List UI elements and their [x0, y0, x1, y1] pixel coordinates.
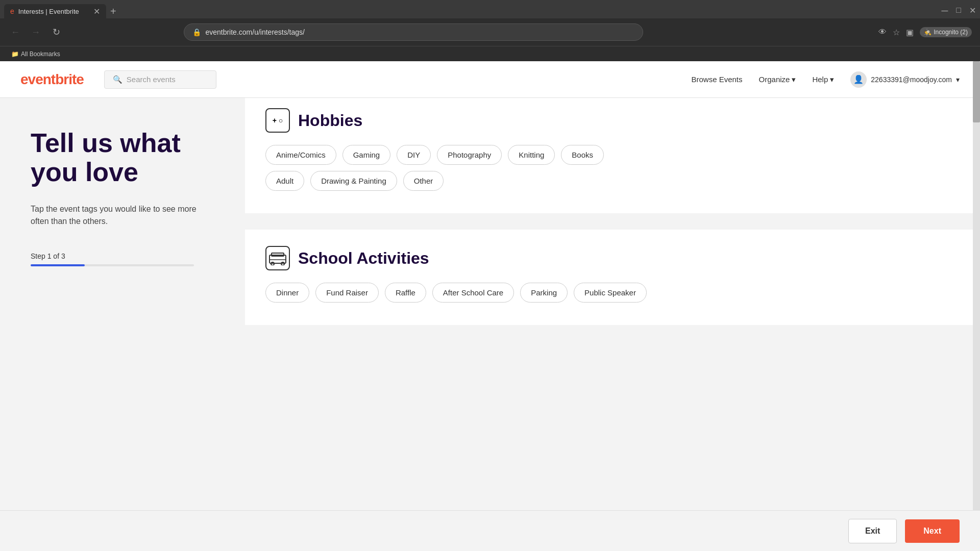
- tag-drawing-painting[interactable]: Drawing & Painting: [310, 171, 397, 191]
- page-subtext: Tap the event tags you would like to see…: [31, 203, 214, 228]
- school-tags-row: Dinner Fund Raiser Raffle After School C…: [265, 283, 960, 303]
- user-avatar-icon: 👤: [850, 71, 867, 88]
- bottom-bar: Exit Next: [0, 510, 980, 551]
- page-headline: Tell us what you love: [31, 129, 214, 187]
- browser-chrome: e Interests | Eventbrite ✕ + ─ □ ✕ ← → ↻…: [0, 0, 980, 46]
- eye-slash-icon: 👁: [878, 28, 887, 37]
- search-box[interactable]: 🔍 Search events: [104, 70, 216, 89]
- search-placeholder: Search events: [127, 75, 176, 84]
- tag-photography[interactable]: Photography: [437, 145, 502, 165]
- main-area: Tell us what you love Tap the event tags…: [0, 98, 980, 551]
- organize-chevron-icon: ▾: [792, 75, 796, 84]
- new-tab-button[interactable]: +: [106, 4, 120, 18]
- next-button[interactable]: Next: [905, 519, 960, 543]
- scrollbar-track[interactable]: [973, 98, 980, 510]
- scrollbar-thumb[interactable]: [973, 98, 980, 122]
- help-chevron-icon: ▾: [830, 75, 834, 84]
- page: eventbrite 🔍 Search events Browse Events…: [0, 61, 980, 551]
- close-button[interactable]: ✕: [969, 6, 976, 16]
- tag-other-hobbies[interactable]: Other: [403, 171, 444, 191]
- exit-button[interactable]: Exit: [848, 519, 897, 543]
- bookmarks-folder-icon: 📁 All Bookmarks: [8, 49, 63, 59]
- tag-diy[interactable]: DIY: [397, 145, 431, 165]
- tag-fund-raiser[interactable]: Fund Raiser: [315, 283, 379, 303]
- devices-icon: ▣: [906, 28, 914, 37]
- tag-anime-comics[interactable]: Anime/Comics: [265, 145, 336, 165]
- tab-favicon: e: [10, 7, 14, 15]
- help-link[interactable]: Help ▾: [812, 75, 834, 84]
- hobbies-tags-row-1: Anime/Comics Gaming DIY Photography Knit…: [265, 145, 960, 165]
- browse-events-link[interactable]: Browse Events: [692, 75, 743, 84]
- tab-title: Interests | Eventbrite: [18, 8, 79, 15]
- url-text: eventbrite.com/u/interests/tags/: [205, 28, 305, 36]
- tag-books[interactable]: Books: [561, 145, 604, 165]
- active-tab[interactable]: e Interests | Eventbrite ✕: [4, 4, 106, 18]
- back-button[interactable]: ←: [8, 25, 22, 39]
- browser-tabs: e Interests | Eventbrite ✕ + ─ □ ✕: [0, 0, 980, 18]
- search-icon: 🔍: [113, 75, 122, 84]
- hobbies-tags-row-2: Adult Drawing & Painting Other: [265, 171, 960, 191]
- tab-close-button[interactable]: ✕: [93, 7, 100, 16]
- incognito-badge: 🕵 Incognito (2): [920, 27, 972, 37]
- browser-toolbar: ← → ↻ 🔒 eventbrite.com/u/interests/tags/…: [0, 18, 980, 46]
- left-panel: Tell us what you love Tap the event tags…: [0, 98, 245, 551]
- incognito-label: Incognito (2): [934, 29, 968, 36]
- bookmarks-label: All Bookmarks: [21, 51, 60, 58]
- organize-link[interactable]: Organize ▾: [759, 75, 796, 84]
- user-chevron-icon: ▾: [956, 76, 960, 84]
- hobbies-card: + ○ Hobbies Anime/Comics Gaming DIY Phot…: [245, 98, 980, 213]
- school-activities-title: School Activities: [298, 249, 429, 268]
- progress-bar: [31, 264, 194, 266]
- eventbrite-logo[interactable]: eventbrite: [20, 71, 84, 88]
- hobbies-icon: + ○: [265, 108, 290, 133]
- school-activities-header: School Activities: [265, 246, 960, 270]
- nav-links: Browse Events Organize ▾ Help ▾ 👤 226333…: [692, 71, 960, 88]
- reload-button[interactable]: ↻: [49, 25, 63, 39]
- tag-public-speaker[interactable]: Public Speaker: [574, 283, 647, 303]
- tag-knitting[interactable]: Knitting: [508, 145, 555, 165]
- school-activities-card: School Activities Dinner Fund Raiser Raf…: [245, 230, 980, 325]
- tag-dinner[interactable]: Dinner: [265, 283, 309, 303]
- tag-after-school-care[interactable]: After School Care: [432, 283, 514, 303]
- tag-raffle[interactable]: Raffle: [385, 283, 426, 303]
- step-label: Step 1 of 3: [31, 252, 214, 260]
- tag-adult[interactable]: Adult: [265, 171, 304, 191]
- user-email: 22633391@moodjoy.com: [871, 76, 952, 84]
- maximize-button[interactable]: □: [956, 6, 961, 16]
- hobbies-title: Hobbies: [298, 111, 362, 130]
- toolbar-right: 👁 ☆ ▣ 🕵 Incognito (2): [878, 27, 972, 37]
- forward-button[interactable]: →: [29, 25, 43, 39]
- school-icon: [265, 246, 290, 270]
- navbar: eventbrite 🔍 Search events Browse Events…: [0, 61, 980, 98]
- progress-fill: [31, 264, 85, 266]
- spacer: [245, 221, 980, 230]
- minimize-button[interactable]: ─: [942, 6, 948, 16]
- star-icon[interactable]: ☆: [893, 28, 900, 37]
- lock-icon: 🔒: [192, 28, 201, 36]
- help-label: Help: [812, 75, 828, 84]
- right-panel[interactable]: + ○ Hobbies Anime/Comics Gaming DIY Phot…: [245, 98, 980, 551]
- hobbies-header: + ○ Hobbies: [265, 108, 960, 133]
- organize-label: Organize: [759, 75, 790, 84]
- tag-parking[interactable]: Parking: [520, 283, 568, 303]
- address-bar[interactable]: 🔒 eventbrite.com/u/interests/tags/: [184, 23, 643, 41]
- tag-gaming[interactable]: Gaming: [342, 145, 391, 165]
- user-menu[interactable]: 👤 22633391@moodjoy.com ▾: [850, 71, 960, 88]
- incognito-icon: 🕵: [924, 29, 932, 36]
